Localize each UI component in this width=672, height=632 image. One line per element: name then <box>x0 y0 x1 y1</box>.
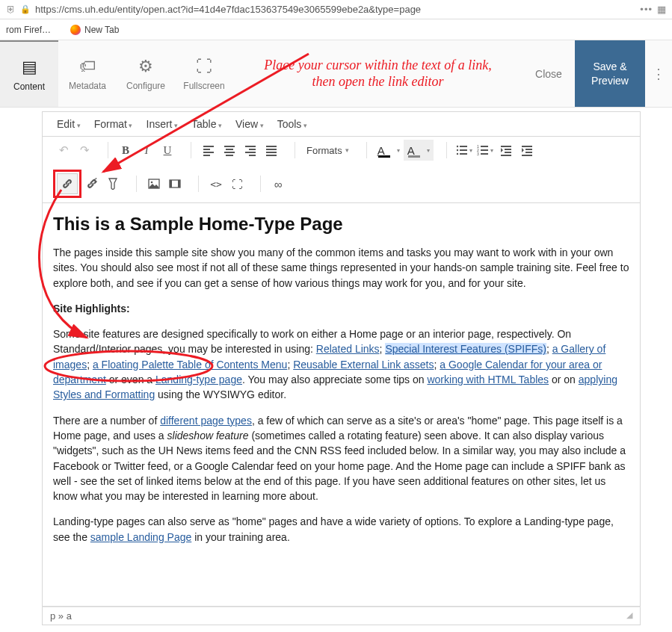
annotation-link-highlight <box>53 170 81 198</box>
number-list-icon[interactable]: 123▾ <box>475 140 496 161</box>
bg-color-icon[interactable]: A <box>404 140 434 161</box>
kebab-menu[interactable]: ⋮ <box>645 40 672 107</box>
statusbar-path[interactable]: p » a <box>50 610 72 622</box>
menu-tools[interactable]: Tools <box>271 116 314 132</box>
link-spiffs[interactable]: Special Interest Features (SPIFFs) <box>385 343 546 355</box>
lock-icon: 🔒 <box>20 4 31 14</box>
svg-rect-1 <box>460 146 467 147</box>
close-button[interactable]: Close <box>523 40 575 107</box>
editor-content[interactable]: This is a Sample Home-Type Page The page… <box>42 203 641 607</box>
browser-tab[interactable]: rom Firef… <box>1 23 55 37</box>
remove-link-icon[interactable] <box>81 173 102 194</box>
fullscreen-editor-icon[interactable]: ⛶ <box>226 173 247 194</box>
anchor-icon[interactable] <box>102 173 123 194</box>
save-preview-button[interactable]: Save & Preview <box>575 40 645 107</box>
svg-point-4 <box>456 153 457 155</box>
tab-fullscreen[interactable]: ⛶ Fullscreen <box>175 40 233 107</box>
menu-format[interactable]: Format <box>87 116 140 132</box>
firefox-icon <box>70 25 81 35</box>
svg-rect-11 <box>481 153 488 155</box>
browser-app-icon[interactable]: ▦ <box>657 4 666 15</box>
image-icon[interactable] <box>144 173 164 194</box>
paragraph[interactable]: There are a number of different page typ… <box>53 413 629 504</box>
outdent-icon[interactable] <box>496 140 517 161</box>
paragraph[interactable]: Landing-type pages can also serve as "ho… <box>53 514 629 545</box>
cms-top-bar: ▤ Content 🏷 Metadata ⚙ Configure ⛶ Fulls… <box>0 40 672 108</box>
tag-icon: 🏷 <box>79 57 96 76</box>
svg-rect-16 <box>178 180 180 188</box>
shield-icon: ⛨ <box>6 4 16 15</box>
link-reusable[interactable]: Reusable External Link assets <box>293 359 434 371</box>
resize-handle-icon[interactable]: ◢ <box>626 610 632 622</box>
menu-edit[interactable]: Edit <box>50 116 87 132</box>
svg-rect-15 <box>170 180 172 188</box>
gear-icon: ⚙ <box>138 57 153 76</box>
align-left-icon[interactable] <box>198 140 219 161</box>
browser-tab[interactable]: New Tab <box>66 23 123 37</box>
svg-rect-9 <box>481 149 488 151</box>
browser-menu-dots[interactable]: ••• <box>640 4 653 15</box>
redo-icon[interactable]: ↷ <box>74 140 95 161</box>
indent-icon[interactable] <box>517 140 537 161</box>
page-heading[interactable]: This is a Sample Home-Type Page <box>53 214 629 235</box>
browser-url-bar: ⛨ 🔒 https://cms.uh.edu/entity/open.act?i… <box>0 0 672 19</box>
align-justify-icon[interactable] <box>261 140 282 161</box>
menu-insert[interactable]: Insert <box>140 116 185 132</box>
menu-table[interactable]: Table <box>185 116 229 132</box>
editor-toolbar: ↶ ↷ B I U Formats A A <box>42 136 641 203</box>
fullscreen-icon: ⛶ <box>196 57 212 76</box>
media-icon[interactable] <box>164 173 185 194</box>
url-text[interactable]: https://cms.uh.edu/entity/open.act?id=41… <box>35 4 635 15</box>
bold-icon[interactable]: B <box>115 140 136 161</box>
paragraph[interactable]: Site Highlights: <box>53 301 629 316</box>
text-color-icon[interactable]: A <box>374 140 404 161</box>
content-icon: ▤ <box>22 58 37 77</box>
tab-metadata[interactable]: 🏷 Metadata <box>58 40 117 107</box>
undo-icon[interactable]: ↶ <box>53 140 74 161</box>
tab-content[interactable]: ▤ Content <box>0 40 58 107</box>
link-sample-landing[interactable]: sample Landing Page <box>90 531 191 543</box>
underline-icon[interactable]: U <box>157 140 178 161</box>
svg-rect-3 <box>460 149 467 151</box>
annotation-text: Place your cursor within the text of a l… <box>264 58 491 90</box>
link-related[interactable]: Related Links <box>316 343 380 355</box>
svg-point-2 <box>456 149 457 151</box>
formats-dropdown[interactable]: Formats <box>302 140 354 161</box>
link-floating[interactable]: a Floating Palette Table of Contents Men… <box>93 359 287 371</box>
link-tables[interactable]: working with HTML Tables <box>427 374 549 385</box>
editor-menubar: Edit Format Insert Table View Tools <box>42 111 641 136</box>
insert-link-icon[interactable] <box>57 173 78 194</box>
svg-point-0 <box>456 146 457 147</box>
bullet-list-icon[interactable]: ▾ <box>454 140 475 161</box>
align-center-icon[interactable] <box>219 140 240 161</box>
align-right-icon[interactable] <box>240 140 261 161</box>
italic-icon[interactable]: I <box>136 140 157 161</box>
menu-view[interactable]: View <box>229 116 271 132</box>
tab-configure[interactable]: ⚙ Configure <box>117 40 175 107</box>
editor-statusbar: p » a ◢ <box>42 607 641 625</box>
browser-tab-strip: rom Firef… New Tab <box>0 19 672 40</box>
svg-rect-7 <box>481 146 488 147</box>
paragraph[interactable]: The pages inside this sample site show y… <box>53 245 629 291</box>
source-code-icon[interactable]: <> <box>206 173 226 194</box>
svg-point-13 <box>151 182 153 184</box>
site-highlights-label[interactable]: Site Highlights: <box>53 303 130 315</box>
link-landing[interactable]: Landing-type page <box>155 374 242 385</box>
link-pagetypes[interactable]: different page types <box>160 415 252 427</box>
infinity-icon[interactable]: ∞ <box>268 173 289 194</box>
svg-rect-5 <box>460 153 467 155</box>
svg-text:3: 3 <box>477 152 479 156</box>
paragraph[interactable]: Some site features are designed specific… <box>53 326 629 402</box>
